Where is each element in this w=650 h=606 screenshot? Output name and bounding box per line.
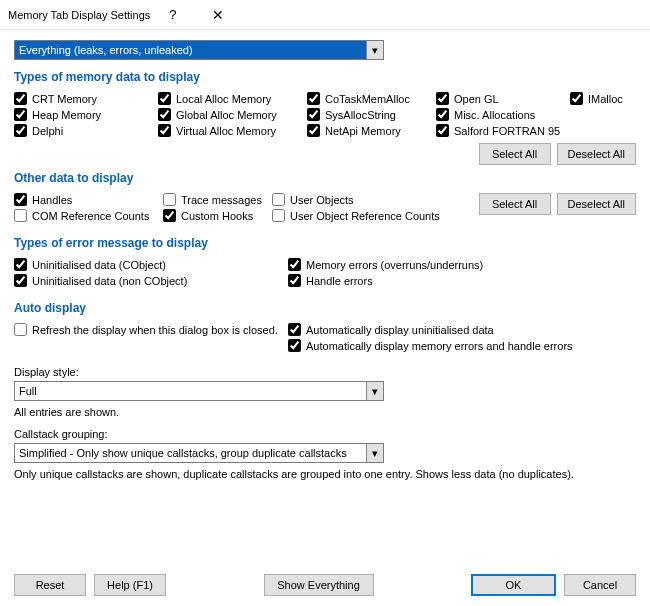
callstack-helper: Only unique callstacks are shown, duplic… <box>14 468 636 480</box>
chk-user-objects[interactable]: User Objects <box>272 193 452 206</box>
chk-sysallocstring[interactable]: SysAllocString <box>307 108 432 121</box>
other-deselect-all-button[interactable]: Deselect All <box>557 193 636 215</box>
chk-virtual-alloc[interactable]: Virtual Alloc Memory <box>158 124 303 137</box>
chk-trace-messages[interactable]: Trace messages <box>163 193 268 206</box>
display-style-value: Full <box>19 385 37 397</box>
chk-cotaskmemalloc[interactable]: CoTaskMemAlloc <box>307 92 432 105</box>
types-select-all-button[interactable]: Select All <box>479 143 551 165</box>
chk-heap-memory[interactable]: Heap Memory <box>14 108 154 121</box>
chk-uninit-cobject[interactable]: Uninitialised data (CObject) <box>14 258 284 271</box>
window-title: Memory Tab Display Settings <box>8 9 150 21</box>
chk-auto-uninit[interactable]: Automatically display uninitialised data <box>288 323 636 336</box>
callstack-value: Simplified - Only show unique callstacks… <box>19 447 347 459</box>
errors-grid: Uninitialised data (CObject) Memory erro… <box>14 258 636 287</box>
other-select-all-button[interactable]: Select All <box>479 193 551 215</box>
section-title-errors: Types of error message to display <box>14 236 636 250</box>
chk-imalloc[interactable]: IMalloc <box>570 92 636 105</box>
chk-salford-fortran[interactable]: Salford FORTRAN 95 <box>436 124 566 137</box>
filter-combo[interactable]: Everything (leaks, errors, unleaked) ▾ <box>14 40 384 60</box>
section-title-other: Other data to display <box>14 171 636 185</box>
reset-button[interactable]: Reset <box>14 574 86 596</box>
chk-netapi[interactable]: NetApi Memory <box>307 124 432 137</box>
other-grid: Handles Trace messages User Objects COM … <box>14 193 471 222</box>
callstack-label: Callstack grouping: <box>14 428 636 440</box>
chk-open-gl[interactable]: Open GL <box>436 92 566 105</box>
chk-delphi[interactable]: Delphi <box>14 124 154 137</box>
help-button[interactable]: ? <box>150 0 195 29</box>
chk-auto-mem-handle-errors[interactable]: Automatically display memory errors and … <box>288 339 636 352</box>
chevron-down-icon: ▾ <box>366 444 383 462</box>
chk-com-ref-counts[interactable]: COM Reference Counts <box>14 209 159 222</box>
chk-memory-errors[interactable]: Memory errors (overruns/underruns) <box>288 258 636 271</box>
help-f1-button[interactable]: Help (F1) <box>94 574 166 596</box>
filter-combo-value: Everything (leaks, errors, unleaked) <box>19 44 193 56</box>
chk-handle-errors[interactable]: Handle errors <box>288 274 636 287</box>
chevron-down-icon: ▾ <box>366 41 383 59</box>
close-button[interactable]: ✕ <box>195 0 240 29</box>
titlebar: Memory Tab Display Settings ? ✕ <box>0 0 650 30</box>
display-style-label: Display style: <box>14 366 636 378</box>
chk-custom-hooks[interactable]: Custom Hooks <box>163 209 268 222</box>
cancel-button[interactable]: Cancel <box>564 574 636 596</box>
section-title-auto: Auto display <box>14 301 636 315</box>
callstack-combo[interactable]: Simplified - Only show unique callstacks… <box>14 443 384 463</box>
chk-uninit-non-cobject[interactable]: Uninitialised data (non CObject) <box>14 274 284 287</box>
chk-refresh-on-close[interactable]: Refresh the display when this dialog box… <box>14 323 284 336</box>
types-deselect-all-button[interactable]: Deselect All <box>557 143 636 165</box>
chevron-down-icon: ▾ <box>366 382 383 400</box>
types-grid: CRT Memory Local Alloc Memory CoTaskMemA… <box>14 92 636 137</box>
ok-button[interactable]: OK <box>471 574 556 596</box>
chk-global-alloc[interactable]: Global Alloc Memory <box>158 108 303 121</box>
close-icon: ✕ <box>212 7 224 23</box>
chk-local-alloc[interactable]: Local Alloc Memory <box>158 92 303 105</box>
dialog-content: Everything (leaks, errors, unleaked) ▾ T… <box>0 30 650 490</box>
chk-user-obj-ref-counts[interactable]: User Object Reference Counts <box>272 209 452 222</box>
section-title-types: Types of memory data to display <box>14 70 636 84</box>
display-style-combo[interactable]: Full ▾ <box>14 381 384 401</box>
show-everything-button[interactable]: Show Everything <box>264 574 374 596</box>
chk-handles[interactable]: Handles <box>14 193 159 206</box>
types-button-row: Select All Deselect All <box>14 143 636 165</box>
display-style-helper: All entries are shown. <box>14 406 636 418</box>
bottom-button-bar: Reset Help (F1) Show Everything OK Cance… <box>14 574 636 596</box>
auto-grid: Refresh the display when this dialog box… <box>14 323 636 352</box>
help-icon: ? <box>169 7 176 22</box>
chk-misc-alloc[interactable]: Misc. Allocations <box>436 108 566 121</box>
chk-crt-memory[interactable]: CRT Memory <box>14 92 154 105</box>
